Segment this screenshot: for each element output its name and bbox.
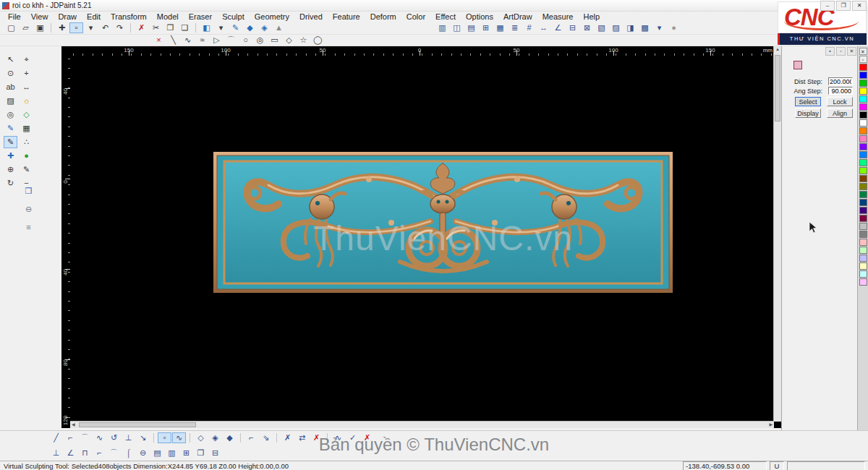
close-button[interactable]: ✕ [852, 1, 867, 11]
menu-item-measure[interactable]: Measure [537, 12, 579, 21]
align-button[interactable]: Align [827, 108, 853, 118]
mirror-icon[interactable]: ◫ [450, 22, 464, 33]
grid-cells-icon[interactable]: ⊞ [179, 448, 193, 458]
sphere-tool-icon[interactable]: ● [20, 150, 33, 162]
rectangle-icon[interactable]: ▭ [268, 35, 281, 46]
wave-icon[interactable]: ∿ [93, 432, 106, 443]
redo-icon[interactable]: ↷ [113, 22, 127, 33]
point-snap-icon[interactable]: ▫ [158, 432, 171, 443]
palette-swatch[interactable] [859, 223, 867, 230]
cylinder-icon[interactable]: ⊖ [22, 203, 35, 215]
lamp-icon[interactable]: ☼ [20, 95, 33, 107]
integral-icon[interactable]: ⌠ [122, 448, 135, 458]
diamond-half-icon[interactable]: ◈ [208, 432, 222, 443]
hatch-icon[interactable]: # [522, 22, 536, 33]
move-tool-icon[interactable]: ✚ [4, 150, 17, 162]
dock-tab-icon[interactable] [793, 61, 802, 69]
palette-swatch[interactable] [859, 247, 867, 254]
dist-step-input[interactable] [828, 77, 853, 85]
measure-tool-icon[interactable]: ↔ [20, 81, 33, 93]
material-dropdown-icon[interactable]: ▾ [652, 22, 666, 33]
dock-pin-icon[interactable]: ▫ [836, 47, 846, 56]
palette-swatch[interactable] [859, 207, 867, 214]
arrow-shape-icon[interactable]: ▷ [210, 35, 224, 46]
display-button[interactable]: Display [795, 108, 821, 118]
palette-swatch[interactable] [859, 119, 867, 127]
pen-tool-icon[interactable]: ✎ [4, 122, 17, 134]
curve-snap-icon[interactable]: ∿ [172, 432, 186, 443]
menu-item-artdraw[interactable]: ArtDraw [498, 12, 537, 21]
menu-item-model[interactable]: Model [152, 12, 184, 21]
layers-icon[interactable]: ❒ [22, 185, 35, 197]
menu-item-options[interactable]: Options [461, 12, 498, 21]
drop-corner-icon[interactable]: ⌐ [244, 432, 258, 443]
maximize-button[interactable]: ❐ [836, 1, 851, 11]
pen-icon[interactable]: ✎ [229, 22, 242, 33]
sculpt-tool-icon[interactable]: ✎ [4, 136, 17, 148]
menu-item-feature[interactable]: Feature [328, 12, 365, 21]
menu-item-eraser[interactable]: Eraser [184, 12, 217, 21]
delete-icon[interactable]: ✗ [135, 22, 148, 33]
menu-item-view[interactable]: View [26, 12, 54, 21]
palette-swatch[interactable] [859, 143, 867, 150]
paste-icon[interactable]: ❏ [178, 22, 192, 33]
palette-swatch[interactable] [859, 95, 867, 103]
scroll-left-icon[interactable]: ◀ [72, 422, 75, 428]
menu-item-draw[interactable]: Draw [53, 12, 82, 21]
no-color-icon[interactable]: ✕ [859, 48, 867, 55]
palette-swatch[interactable] [859, 72, 867, 79]
subtract-box-icon[interactable]: ⊟ [208, 448, 222, 458]
select-tool-icon[interactable]: ↖ [4, 54, 17, 66]
sphere-icon[interactable]: ● [667, 22, 681, 33]
open-icon[interactable]: ▱ [19, 22, 33, 33]
ellipse-tool-icon[interactable]: ◎ [4, 108, 17, 121]
menu-item-geometry[interactable]: Geometry [250, 12, 294, 21]
cut-icon[interactable]: ✂ [149, 22, 163, 33]
save-icon[interactable]: ▣ [33, 22, 47, 33]
duplicate-icon[interactable]: ❐ [194, 448, 208, 458]
weld-icon[interactable]: ▧ [595, 22, 608, 33]
array-icon[interactable]: ▥ [435, 22, 449, 33]
dock-grid-icon[interactable]: ▪ [825, 47, 835, 56]
copy-icon[interactable]: ❐ [163, 22, 177, 33]
rows-icon[interactable]: ▤ [150, 448, 164, 458]
minimize-button[interactable]: – [820, 1, 835, 11]
horizontal-scroll-thumb[interactable] [79, 422, 196, 427]
palette-swatch[interactable] [859, 111, 867, 119]
bridge-icon[interactable]: ⊓ [78, 448, 92, 458]
menu-item-edit[interactable]: Edit [82, 12, 106, 21]
diamond-icon[interactable]: ◇ [282, 35, 296, 46]
text-tool-icon[interactable]: ab [4, 81, 17, 93]
perpendicular-icon[interactable]: ⊥ [122, 432, 135, 443]
scroll-up-icon[interactable]: ▲ [774, 46, 781, 53]
circle-icon[interactable]: ○ [239, 35, 252, 46]
move-icon[interactable]: ✚ [55, 22, 69, 33]
curve-icon[interactable]: ∿ [181, 35, 195, 46]
delete-node-icon[interactable]: × [152, 35, 166, 46]
marquee-dropdown-icon[interactable]: ▾ [84, 22, 98, 33]
arc-icon[interactable]: ⌒ [224, 35, 238, 46]
refresh-tool-icon[interactable]: ↻ [4, 177, 17, 189]
spline-icon[interactable]: ≈ [195, 35, 209, 46]
polyline-icon[interactable]: ⌐ [64, 432, 77, 443]
eraser-tool-icon[interactable]: ▨ [4, 95, 17, 107]
ring-edit-icon[interactable]: ⊖ [136, 448, 150, 458]
canvas[interactable]: ThuVienCNC.vn [70, 56, 774, 422]
line-icon[interactable]: ╲ [166, 35, 180, 46]
break-icon[interactable]: ✗ [281, 432, 294, 443]
offset-icon[interactable]: ▦ [493, 22, 507, 33]
palette-swatch[interactable] [859, 80, 867, 87]
magnify-tool-icon[interactable]: ⊕ [4, 163, 17, 176]
surface-icon[interactable]: ◆ [243, 22, 257, 33]
dock-close-icon[interactable]: ✕ [847, 47, 856, 56]
subtract-icon[interactable]: ⊟ [566, 22, 579, 33]
palette-swatch[interactable] [859, 255, 867, 262]
add-tool-icon[interactable]: + [20, 67, 33, 80]
menu-item-file[interactable]: File [3, 12, 26, 21]
palette-swatch[interactable] [859, 215, 867, 222]
corner-edit-icon[interactable]: ⌐ [93, 448, 106, 458]
vertical-scroll-thumb[interactable] [775, 55, 780, 121]
palette-swatch[interactable] [859, 270, 867, 278]
revolve-icon[interactable]: ↺ [107, 432, 121, 443]
measure-icon[interactable]: ↔ [537, 22, 550, 33]
